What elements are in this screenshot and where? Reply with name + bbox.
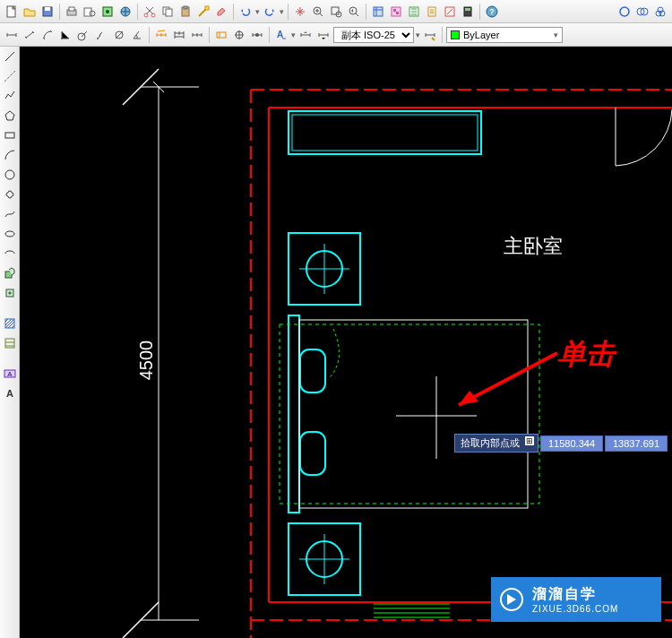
svg-rect-21 <box>374 7 383 16</box>
circles-icon[interactable] <box>634 4 650 20</box>
undo-icon[interactable] <box>237 4 254 20</box>
plot-icon[interactable] <box>99 4 116 20</box>
room-label: 主卧室 <box>504 235 563 257</box>
coord-input-1[interactable]: 11580.344 <box>540 435 603 452</box>
separator <box>59 4 60 20</box>
svg-text:A: A <box>277 30 283 39</box>
style-dropdown[interactable]: ▾ <box>416 30 420 39</box>
separator <box>149 27 150 43</box>
dim-text-edit-icon[interactable]: A <box>273 27 289 43</box>
svg-rect-46 <box>5 133 14 138</box>
block-insert-icon[interactable] <box>2 265 18 281</box>
line-tool-icon[interactable] <box>2 48 18 65</box>
save-icon[interactable] <box>39 4 56 20</box>
dim-style-select[interactable]: 副本 ISO-25 <box>333 27 414 43</box>
cad-canvas[interactable]: 4500 <box>20 47 672 638</box>
separator <box>442 27 443 43</box>
arc-dim-icon[interactable] <box>39 27 56 43</box>
svg-rect-60 <box>292 115 478 151</box>
svg-point-47 <box>5 170 14 179</box>
separator <box>209 27 210 43</box>
play-icon <box>500 588 523 611</box>
open-file-icon[interactable] <box>22 4 38 20</box>
svg-rect-15 <box>184 6 187 9</box>
svg-rect-24 <box>396 12 399 14</box>
svg-rect-13 <box>166 9 172 16</box>
zoom-window-icon[interactable] <box>328 4 344 20</box>
undo-dropdown[interactable]: ▾ <box>255 7 260 16</box>
svg-point-48 <box>5 231 14 237</box>
help-icon[interactable]: ? <box>484 4 500 20</box>
continue-dim-icon[interactable] <box>189 27 205 43</box>
coord-input-2[interactable]: 13837.691 <box>605 435 668 452</box>
publish-icon[interactable] <box>117 4 134 20</box>
layer-color-swatch <box>451 30 460 39</box>
svg-rect-42 <box>217 32 226 38</box>
redo-dropdown[interactable]: ▾ <box>280 7 284 16</box>
calculator-icon[interactable] <box>460 4 476 20</box>
print-preview-icon[interactable] <box>82 4 98 20</box>
ordinate-dim-icon[interactable] <box>57 27 73 43</box>
new-file-icon[interactable] <box>4 4 20 20</box>
markup-icon[interactable] <box>442 4 458 20</box>
print-icon[interactable] <box>64 4 80 20</box>
tolerance-icon[interactable] <box>213 27 229 43</box>
dim-update2-icon[interactable] <box>315 27 332 43</box>
text-dropdown[interactable]: ▾ <box>291 30 296 39</box>
svg-rect-2 <box>45 7 50 11</box>
tool-palette-icon[interactable] <box>406 4 422 20</box>
revcloud-tool-icon[interactable] <box>2 186 18 203</box>
layer-select[interactable]: ByLayer ▾ <box>446 27 563 43</box>
block-make-icon[interactable] <box>2 285 18 301</box>
circle-tool-icon[interactable] <box>616 4 633 20</box>
layer-name-label: ByLayer <box>463 30 499 40</box>
sheet-set-icon[interactable] <box>424 4 440 20</box>
polygon-tool-icon[interactable] <box>2 108 18 124</box>
svg-rect-29 <box>465 8 470 11</box>
cut-icon[interactable] <box>142 4 158 20</box>
xline-tool-icon[interactable] <box>2 68 18 84</box>
arc-tool-icon[interactable] <box>2 147 18 163</box>
baseline-dim-icon[interactable] <box>171 27 187 43</box>
linear-dim-icon[interactable] <box>4 27 20 43</box>
polyline-tool-icon[interactable] <box>2 88 18 104</box>
gradient-tool-icon[interactable] <box>2 335 18 351</box>
ellipse-arc-tool-icon[interactable] <box>2 246 18 262</box>
pan-icon[interactable] <box>292 4 308 20</box>
mtext-tool-icon[interactable]: A <box>2 366 18 382</box>
redo-icon[interactable] <box>262 4 278 20</box>
hatch-tool-icon[interactable] <box>2 315 18 332</box>
zoom-previous-icon[interactable] <box>346 4 362 20</box>
svg-rect-67 <box>280 324 539 504</box>
jogged-dim-icon[interactable] <box>93 27 109 43</box>
svg-point-40 <box>97 38 99 39</box>
spline-tool-icon[interactable] <box>2 206 18 222</box>
diameter-dim-icon[interactable] <box>111 27 127 43</box>
match-icon[interactable] <box>195 4 211 20</box>
quick-dim-icon[interactable] <box>153 27 169 43</box>
angular-dim-icon[interactable] <box>129 27 145 43</box>
svg-rect-65 <box>289 315 299 513</box>
copy-icon[interactable] <box>159 4 176 20</box>
radius-dim-icon[interactable] <box>75 27 91 43</box>
annotation-click: 单击 <box>557 335 615 375</box>
circle-tool-icon[interactable] <box>2 167 18 183</box>
ellipse-tool-icon[interactable] <box>2 226 18 242</box>
svg-text:A: A <box>6 388 13 399</box>
svg-text:?: ? <box>489 7 495 16</box>
dim-edit-icon[interactable] <box>249 27 265 43</box>
circle3-icon[interactable] <box>652 4 668 20</box>
watermark-url: ZIXUE.3D66.COM <box>532 604 618 614</box>
zoom-in-icon[interactable] <box>310 4 326 20</box>
center-mark-icon[interactable] <box>231 27 247 43</box>
dim-style2-icon[interactable] <box>422 27 438 43</box>
rectangle-tool-icon[interactable] <box>2 127 18 143</box>
svg-point-38 <box>61 38 63 39</box>
aligned-dim-icon[interactable] <box>22 27 38 43</box>
dim-update-icon[interactable] <box>297 27 314 43</box>
erase-icon[interactable] <box>213 4 229 20</box>
properties-icon[interactable] <box>370 4 386 20</box>
design-center-icon[interactable] <box>388 4 404 20</box>
paste-icon[interactable] <box>177 4 194 20</box>
text-tool-icon[interactable]: A <box>2 385 18 401</box>
